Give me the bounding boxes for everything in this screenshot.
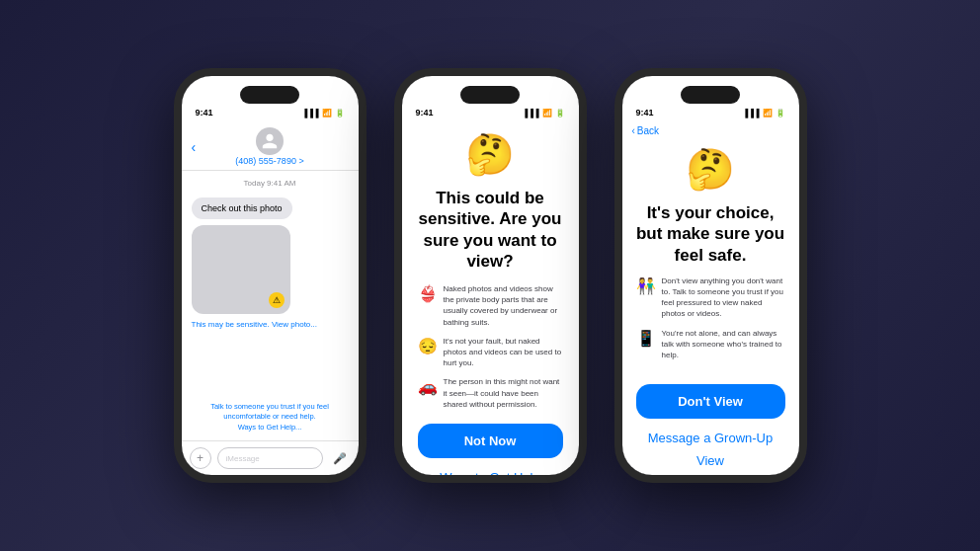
phone-choice: 9:41 ▐▐▐ 📶 🔋 ‹ Back 🤔 It's your choice, … bbox=[614, 68, 807, 483]
view-photo-link[interactable]: View photo... bbox=[272, 320, 317, 329]
info-text-3: The person in this might not want it see… bbox=[444, 376, 563, 410]
info-text-1: Naked photos and videos show the private… bbox=[444, 283, 563, 328]
battery-icon-2: 🔋 bbox=[555, 109, 565, 118]
time-3: 9:41 bbox=[636, 108, 654, 118]
back-arrow-icon[interactable]: ‹ bbox=[192, 139, 197, 155]
status-icons-2: ▐▐▐ 📶 🔋 bbox=[522, 109, 564, 118]
choice-title: It's your choice, but make sure you feel… bbox=[636, 202, 785, 266]
info-emoji-3: 🚗 bbox=[418, 377, 438, 396]
info-list: 👙 Naked photos and videos show the priva… bbox=[418, 283, 563, 410]
dont-view-button[interactable]: Don't View bbox=[636, 384, 785, 419]
dynamic-island-2 bbox=[460, 86, 520, 104]
add-attachment-button[interactable]: + bbox=[190, 447, 211, 469]
mic-button[interactable]: 🎤 bbox=[329, 447, 351, 469]
choice-text-2: You're not alone, and can always talk wi… bbox=[662, 328, 785, 361]
ways-to-get-help-link[interactable]: Ways to Get Help bbox=[418, 466, 563, 475]
wifi-icon-2: 📶 bbox=[542, 109, 552, 118]
signal-icon: ▐▐▐ bbox=[301, 109, 318, 118]
choice-item-1: 👫 Don't view anything you don't want to.… bbox=[636, 276, 785, 320]
phone1-nav: ‹ (408) 555-7890 > bbox=[182, 121, 359, 171]
signal-icon-2: ▐▐▐ bbox=[522, 109, 538, 118]
info-emoji-2: 😔 bbox=[418, 337, 438, 355]
info-item-1: 👙 Naked photos and videos show the priva… bbox=[418, 283, 563, 328]
not-now-button[interactable]: Not Now bbox=[418, 424, 563, 458]
message-input-bar: + iMessage 🎤 bbox=[182, 440, 359, 475]
sensitive-notice: This may be sensitive. View photo... bbox=[192, 320, 349, 329]
dynamic-island bbox=[240, 86, 299, 104]
dynamic-island-3 bbox=[681, 86, 740, 104]
photo-bubble: ⚠ bbox=[192, 225, 290, 314]
info-item-2: 😔 It's not your fault, but naked photos … bbox=[418, 336, 563, 369]
thinking-emoji: 🤔 bbox=[465, 131, 515, 178]
messages-area: Today 9:41 AM Check out this photo ⚠ Thi… bbox=[182, 171, 359, 440]
status-bar-1: 9:41 ▐▐▐ 📶 🔋 bbox=[182, 108, 359, 121]
back-button[interactable]: ‹ Back bbox=[632, 125, 660, 136]
avatar bbox=[256, 127, 284, 155]
phone-messages: 9:41 ▐▐▐ 📶 🔋 ‹ (408) 555-7890 > Today 9:… bbox=[174, 68, 367, 483]
view-link[interactable]: View bbox=[636, 449, 785, 472]
choice-emoji: 🤔 bbox=[686, 146, 735, 193]
phone-sensitive-warning: 9:41 ▐▐▐ 📶 🔋 🤔 This could be sensitive. … bbox=[394, 68, 587, 483]
time-2: 9:41 bbox=[416, 108, 434, 118]
phone3-nav: ‹ Back bbox=[622, 121, 799, 140]
info-item-3: 🚗 The person in this might not want it s… bbox=[418, 376, 563, 410]
info-emoji-1: 👙 bbox=[418, 284, 438, 303]
time-1: 9:41 bbox=[196, 108, 213, 118]
phone2-content: 🤔 This could be sensitive. Are you sure … bbox=[402, 121, 579, 475]
help-notice: Talk to someone you trust if you feel un… bbox=[192, 402, 349, 433]
scene: 9:41 ▐▐▐ 📶 🔋 ‹ (408) 555-7890 > Today 9:… bbox=[0, 0, 980, 551]
back-chevron-icon: ‹ bbox=[632, 125, 635, 136]
signal-icon-3: ▐▐▐ bbox=[742, 109, 759, 118]
message-grownup-link[interactable]: Message a Grown-Up bbox=[636, 427, 785, 449]
choice-list: 👫 Don't view anything you don't want to.… bbox=[636, 276, 785, 360]
message-bubble: Check out this photo bbox=[192, 197, 292, 219]
imessage-input[interactable]: iMessage bbox=[217, 447, 323, 469]
status-bar-2: 9:41 ▐▐▐ 📶 🔋 bbox=[402, 108, 579, 121]
imessage-placeholder: iMessage bbox=[226, 454, 260, 463]
phone3-content: 🤔 It's your choice, but make sure you fe… bbox=[622, 140, 799, 475]
wifi-icon-3: 📶 bbox=[763, 109, 773, 118]
warning-icon: ⚠ bbox=[269, 292, 285, 308]
date-label: Today 9:41 AM bbox=[192, 179, 349, 188]
choice-emoji-2: 📱 bbox=[636, 329, 656, 348]
battery-icon: 🔋 bbox=[335, 109, 345, 118]
choice-text-1: Don't view anything you don't want to. T… bbox=[662, 276, 785, 320]
warning-title: This could be sensitive. Are you sure yo… bbox=[418, 188, 563, 272]
status-icons-3: ▐▐▐ 📶 🔋 bbox=[742, 109, 784, 118]
info-text-2: It's not your fault, but naked photos an… bbox=[444, 336, 563, 369]
status-bar-3: 9:41 ▐▐▐ 📶 🔋 bbox=[622, 108, 799, 121]
choice-emoji-1: 👫 bbox=[636, 276, 656, 295]
battery-icon-3: 🔋 bbox=[776, 109, 785, 118]
wifi-icon: 📶 bbox=[322, 109, 332, 118]
back-label: Back bbox=[637, 125, 659, 136]
status-icons-1: ▐▐▐ 📶 🔋 bbox=[301, 109, 344, 118]
contact-phone[interactable]: (408) 555-7890 > bbox=[235, 156, 303, 166]
ways-to-help-link-1[interactable]: Ways to Get Help... bbox=[196, 423, 345, 433]
choice-item-2: 📱 You're not alone, and can always talk … bbox=[636, 328, 785, 361]
contact-info: (408) 555-7890 > bbox=[235, 127, 303, 166]
